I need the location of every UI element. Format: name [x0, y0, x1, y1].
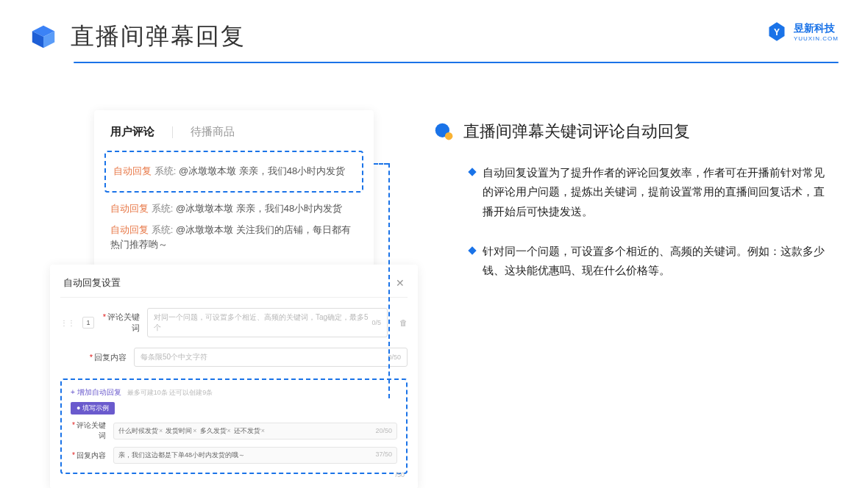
- auto-reply-label: 自动回复: [110, 203, 149, 214]
- chat-bubble-icon: [434, 121, 455, 142]
- example-box: + 增加自动回复 最多可建10条 还可以创建9条 ● 填写示例 *评论关键词 什…: [60, 378, 408, 474]
- content-field-label: *回复内容: [88, 352, 127, 363]
- delete-icon[interactable]: 🗑: [399, 318, 408, 327]
- svg-text:Y: Y: [774, 27, 780, 37]
- drag-handle-icon[interactable]: ⋮⋮: [60, 319, 75, 327]
- bullet-diamond-icon: [468, 168, 476, 176]
- system-label: 系统:: [152, 203, 174, 214]
- auto-reply-label: 自动回复: [113, 165, 152, 176]
- brand-name-en: YUUXIN.COM: [794, 35, 839, 42]
- keyword-input[interactable]: 对同一个问题，可设置多个相近、高频的关键词，Tag确定，最多5个 0/5: [147, 308, 388, 337]
- section-title: 直播间弹幕关键词评论自动回复: [463, 121, 690, 143]
- header-divider: [74, 62, 839, 63]
- cube-icon: [29, 23, 57, 51]
- bottom-counter: /50: [395, 471, 405, 478]
- example-badge: ● 填写示例: [71, 402, 115, 415]
- add-auto-reply-link[interactable]: + 增加自动回复: [71, 387, 121, 398]
- comments-panel: 用户评论 待播商品 自动回复 系统: @冰墩墩本墩 亲亲，我们48小时内发货 自…: [94, 110, 374, 276]
- example-keyword-tags[interactable]: 什么时候发货× 发货时间× 多久发货× 还不发货× 20/50: [113, 423, 397, 439]
- system-label: 系统:: [154, 165, 177, 176]
- close-icon[interactable]: ✕: [396, 277, 405, 289]
- tab-user-comments[interactable]: 用户评论: [110, 125, 154, 139]
- bullet-text: 自动回复设置为了提升作者的评论回复效率，作者可在开播前针对常见的评论用户问题，提…: [483, 163, 831, 221]
- tab-separator: [172, 126, 173, 138]
- svg-point-5: [445, 132, 453, 140]
- row-number: 1: [82, 317, 94, 329]
- system-label: 系统:: [152, 224, 174, 235]
- page-title: 直播间弹幕回复: [71, 21, 246, 53]
- settings-title: 自动回复设置: [63, 276, 121, 290]
- bullet-diamond-icon: [468, 246, 476, 254]
- example-content-label: *回复内容: [71, 451, 106, 461]
- reply-text: @冰墩墩本墩 亲亲，我们48小时内发货: [179, 165, 345, 176]
- bullet-text: 针对同一个问题，可设置多个相近的、高频的关键词。例如：这款多少钱、这块能优惠吗、…: [483, 242, 831, 281]
- connector-line: [388, 163, 390, 398]
- highlighted-reply: 自动回复 系统: @冰墩墩本墩 亲亲，我们48小时内发货: [104, 151, 363, 193]
- brand-name-cn: 昱新科技: [794, 22, 839, 35]
- example-content-input[interactable]: 亲，我们这边都是下单48小时内发货的哦～ 37/50: [113, 447, 397, 464]
- connector-line: [374, 163, 388, 165]
- keyword-field-label: *评论关键词: [102, 312, 140, 334]
- content-input[interactable]: 每条限50个中文字符 0/50: [134, 348, 408, 367]
- auto-reply-settings-panel: 自动回复设置 ✕ ⋮⋮ 1 *评论关键词 对同一个问题，可设置多个相近、高频的关…: [50, 265, 418, 488]
- reply-text: @冰墩墩本墩 亲亲，我们48小时内发货: [176, 203, 342, 214]
- tab-pending-products[interactable]: 待播商品: [191, 125, 235, 139]
- add-hint: 最多可建10条 还可以创建9条: [127, 388, 213, 398]
- auto-reply-label: 自动回复: [110, 224, 149, 235]
- example-keyword-label: *评论关键词: [71, 420, 106, 441]
- brand-logo: Y 昱新科技 YUUXIN.COM: [766, 21, 839, 43]
